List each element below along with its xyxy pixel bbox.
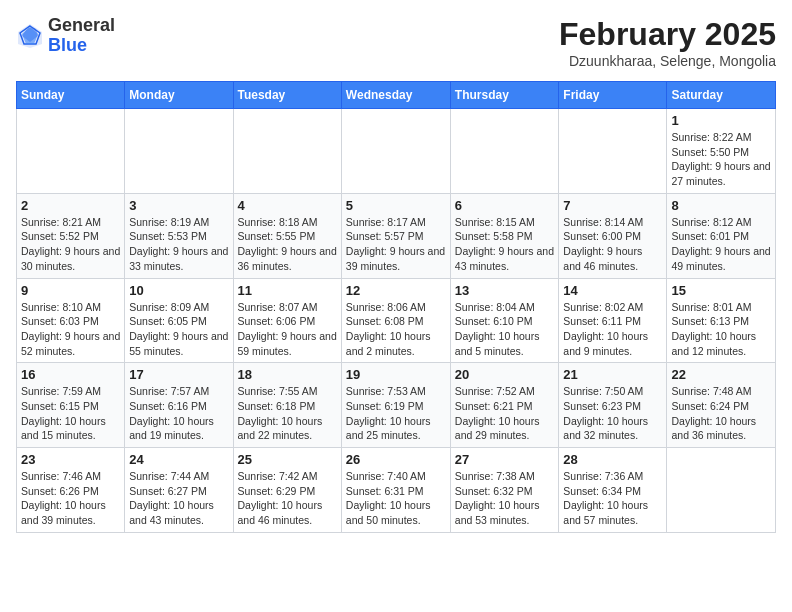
day-number: 8 <box>671 198 771 213</box>
month-title: February 2025 <box>559 16 776 53</box>
calendar-cell: 12Sunrise: 8:06 AM Sunset: 6:08 PM Dayli… <box>341 278 450 363</box>
calendar-cell: 15Sunrise: 8:01 AM Sunset: 6:13 PM Dayli… <box>667 278 776 363</box>
day-detail: Sunrise: 8:12 AM Sunset: 6:01 PM Dayligh… <box>671 215 771 274</box>
day-number: 9 <box>21 283 120 298</box>
calendar-cell: 11Sunrise: 8:07 AM Sunset: 6:06 PM Dayli… <box>233 278 341 363</box>
logo-text: General Blue <box>48 16 115 56</box>
calendar-cell <box>233 109 341 194</box>
calendar-header-row: SundayMondayTuesdayWednesdayThursdayFrid… <box>17 82 776 109</box>
calendar-cell <box>17 109 125 194</box>
day-detail: Sunrise: 8:06 AM Sunset: 6:08 PM Dayligh… <box>346 300 446 359</box>
day-detail: Sunrise: 7:53 AM Sunset: 6:19 PM Dayligh… <box>346 384 446 443</box>
day-number: 27 <box>455 452 555 467</box>
calendar-cell <box>559 109 667 194</box>
calendar-cell: 14Sunrise: 8:02 AM Sunset: 6:11 PM Dayli… <box>559 278 667 363</box>
calendar-cell: 8Sunrise: 8:12 AM Sunset: 6:01 PM Daylig… <box>667 193 776 278</box>
day-detail: Sunrise: 8:21 AM Sunset: 5:52 PM Dayligh… <box>21 215 120 274</box>
day-number: 2 <box>21 198 120 213</box>
day-detail: Sunrise: 7:36 AM Sunset: 6:34 PM Dayligh… <box>563 469 662 528</box>
day-detail: Sunrise: 8:17 AM Sunset: 5:57 PM Dayligh… <box>346 215 446 274</box>
day-detail: Sunrise: 7:44 AM Sunset: 6:27 PM Dayligh… <box>129 469 228 528</box>
header: General Blue February 2025 Dzuunkharaa, … <box>16 16 776 69</box>
day-number: 18 <box>238 367 337 382</box>
day-detail: Sunrise: 8:09 AM Sunset: 6:05 PM Dayligh… <box>129 300 228 359</box>
calendar-cell: 2Sunrise: 8:21 AM Sunset: 5:52 PM Daylig… <box>17 193 125 278</box>
logo-blue: Blue <box>48 35 87 55</box>
day-of-week-sunday: Sunday <box>17 82 125 109</box>
day-of-week-saturday: Saturday <box>667 82 776 109</box>
calendar-week-row: 16Sunrise: 7:59 AM Sunset: 6:15 PM Dayli… <box>17 363 776 448</box>
calendar-cell: 19Sunrise: 7:53 AM Sunset: 6:19 PM Dayli… <box>341 363 450 448</box>
day-number: 10 <box>129 283 228 298</box>
day-detail: Sunrise: 7:59 AM Sunset: 6:15 PM Dayligh… <box>21 384 120 443</box>
day-number: 4 <box>238 198 337 213</box>
day-number: 5 <box>346 198 446 213</box>
calendar-week-row: 23Sunrise: 7:46 AM Sunset: 6:26 PM Dayli… <box>17 448 776 533</box>
day-detail: Sunrise: 8:18 AM Sunset: 5:55 PM Dayligh… <box>238 215 337 274</box>
day-number: 20 <box>455 367 555 382</box>
day-detail: Sunrise: 7:52 AM Sunset: 6:21 PM Dayligh… <box>455 384 555 443</box>
day-detail: Sunrise: 7:42 AM Sunset: 6:29 PM Dayligh… <box>238 469 337 528</box>
day-detail: Sunrise: 8:14 AM Sunset: 6:00 PM Dayligh… <box>563 215 662 274</box>
day-detail: Sunrise: 8:04 AM Sunset: 6:10 PM Dayligh… <box>455 300 555 359</box>
day-detail: Sunrise: 7:48 AM Sunset: 6:24 PM Dayligh… <box>671 384 771 443</box>
day-number: 25 <box>238 452 337 467</box>
day-detail: Sunrise: 8:22 AM Sunset: 5:50 PM Dayligh… <box>671 130 771 189</box>
logo-icon <box>16 22 44 50</box>
day-number: 1 <box>671 113 771 128</box>
calendar-week-row: 9Sunrise: 8:10 AM Sunset: 6:03 PM Daylig… <box>17 278 776 363</box>
calendar-cell: 6Sunrise: 8:15 AM Sunset: 5:58 PM Daylig… <box>450 193 559 278</box>
calendar-cell <box>667 448 776 533</box>
logo: General Blue <box>16 16 115 56</box>
calendar-cell: 7Sunrise: 8:14 AM Sunset: 6:00 PM Daylig… <box>559 193 667 278</box>
logo-general: General <box>48 15 115 35</box>
calendar-cell: 28Sunrise: 7:36 AM Sunset: 6:34 PM Dayli… <box>559 448 667 533</box>
calendar-week-row: 2Sunrise: 8:21 AM Sunset: 5:52 PM Daylig… <box>17 193 776 278</box>
day-of-week-thursday: Thursday <box>450 82 559 109</box>
day-number: 26 <box>346 452 446 467</box>
day-of-week-monday: Monday <box>125 82 233 109</box>
calendar-cell: 18Sunrise: 7:55 AM Sunset: 6:18 PM Dayli… <box>233 363 341 448</box>
calendar-week-row: 1Sunrise: 8:22 AM Sunset: 5:50 PM Daylig… <box>17 109 776 194</box>
calendar-cell: 23Sunrise: 7:46 AM Sunset: 6:26 PM Dayli… <box>17 448 125 533</box>
day-number: 3 <box>129 198 228 213</box>
day-detail: Sunrise: 8:10 AM Sunset: 6:03 PM Dayligh… <box>21 300 120 359</box>
day-detail: Sunrise: 8:02 AM Sunset: 6:11 PM Dayligh… <box>563 300 662 359</box>
day-detail: Sunrise: 8:19 AM Sunset: 5:53 PM Dayligh… <box>129 215 228 274</box>
day-detail: Sunrise: 7:55 AM Sunset: 6:18 PM Dayligh… <box>238 384 337 443</box>
calendar-cell: 10Sunrise: 8:09 AM Sunset: 6:05 PM Dayli… <box>125 278 233 363</box>
calendar-cell: 26Sunrise: 7:40 AM Sunset: 6:31 PM Dayli… <box>341 448 450 533</box>
day-number: 13 <box>455 283 555 298</box>
day-number: 16 <box>21 367 120 382</box>
day-of-week-wednesday: Wednesday <box>341 82 450 109</box>
day-detail: Sunrise: 8:01 AM Sunset: 6:13 PM Dayligh… <box>671 300 771 359</box>
day-detail: Sunrise: 7:46 AM Sunset: 6:26 PM Dayligh… <box>21 469 120 528</box>
calendar-cell: 5Sunrise: 8:17 AM Sunset: 5:57 PM Daylig… <box>341 193 450 278</box>
calendar-cell: 3Sunrise: 8:19 AM Sunset: 5:53 PM Daylig… <box>125 193 233 278</box>
calendar-cell: 16Sunrise: 7:59 AM Sunset: 6:15 PM Dayli… <box>17 363 125 448</box>
day-detail: Sunrise: 7:57 AM Sunset: 6:16 PM Dayligh… <box>129 384 228 443</box>
calendar-table: SundayMondayTuesdayWednesdayThursdayFrid… <box>16 81 776 533</box>
day-of-week-friday: Friday <box>559 82 667 109</box>
calendar-cell: 24Sunrise: 7:44 AM Sunset: 6:27 PM Dayli… <box>125 448 233 533</box>
day-number: 24 <box>129 452 228 467</box>
day-number: 6 <box>455 198 555 213</box>
calendar-cell: 25Sunrise: 7:42 AM Sunset: 6:29 PM Dayli… <box>233 448 341 533</box>
calendar-cell: 1Sunrise: 8:22 AM Sunset: 5:50 PM Daylig… <box>667 109 776 194</box>
location: Dzuunkharaa, Selenge, Mongolia <box>559 53 776 69</box>
title-block: February 2025 Dzuunkharaa, Selenge, Mong… <box>559 16 776 69</box>
calendar-cell <box>450 109 559 194</box>
day-number: 22 <box>671 367 771 382</box>
day-number: 17 <box>129 367 228 382</box>
calendar-cell: 21Sunrise: 7:50 AM Sunset: 6:23 PM Dayli… <box>559 363 667 448</box>
day-number: 21 <box>563 367 662 382</box>
day-detail: Sunrise: 7:40 AM Sunset: 6:31 PM Dayligh… <box>346 469 446 528</box>
calendar-cell: 27Sunrise: 7:38 AM Sunset: 6:32 PM Dayli… <box>450 448 559 533</box>
calendar-cell: 13Sunrise: 8:04 AM Sunset: 6:10 PM Dayli… <box>450 278 559 363</box>
calendar-cell: 4Sunrise: 8:18 AM Sunset: 5:55 PM Daylig… <box>233 193 341 278</box>
day-number: 28 <box>563 452 662 467</box>
calendar-cell: 9Sunrise: 8:10 AM Sunset: 6:03 PM Daylig… <box>17 278 125 363</box>
day-number: 19 <box>346 367 446 382</box>
day-detail: Sunrise: 8:07 AM Sunset: 6:06 PM Dayligh… <box>238 300 337 359</box>
day-of-week-tuesday: Tuesday <box>233 82 341 109</box>
